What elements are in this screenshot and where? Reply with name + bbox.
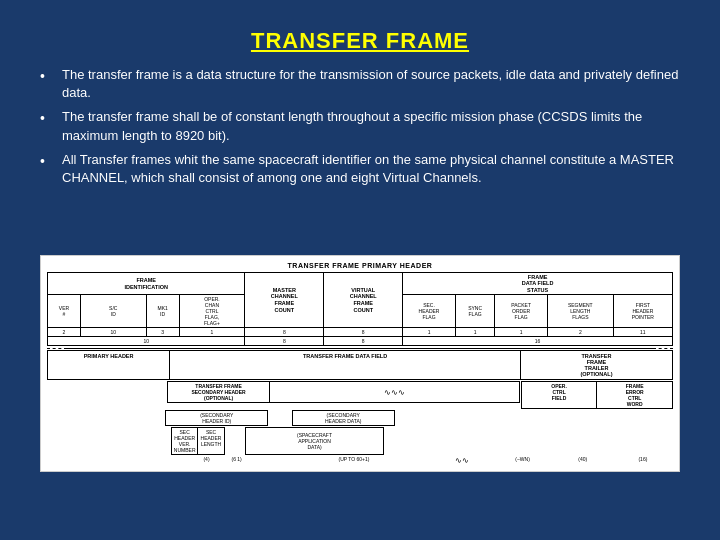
bracket-separator	[268, 410, 292, 426]
bit-61: (6 1)	[222, 456, 252, 465]
bit-40b: (40)	[553, 456, 613, 465]
bullet-item-3: • All Transfer frames whit the same spac…	[40, 151, 680, 187]
bullet-text-2: The transfer frame shall be of constant …	[62, 108, 680, 144]
sec-header-length: SECHEADERLENGTH	[198, 428, 223, 454]
slide-title: TRANSFER FRAME	[40, 28, 680, 54]
secondary-frame-parts: TRANSFER FRAMESECONDARY HEADER(OPTIONAL)…	[167, 381, 520, 403]
trailer-parts: OPER.CTRLFIELD FRAMEERRORCTRLWORD	[521, 381, 673, 409]
bullet-dot-1: •	[40, 67, 56, 87]
wavy-line: ∿∿∿	[384, 388, 405, 397]
data-field-part: ∿∿∿	[270, 382, 519, 402]
primary-header-table: FRAMEIDENTIFICATION MASTERCHANNELFRAMECO…	[47, 272, 673, 347]
frame-structure-row: PRIMARY HEADER TRANSFER FRAME DATA FIELD…	[47, 350, 673, 380]
bullet-dot-2: •	[40, 109, 56, 129]
bullet-text-3: All Transfer frames whit the same spacec…	[62, 151, 680, 187]
bullet-list: • The transfer frame is a data structure…	[40, 66, 680, 193]
frame-part-trailer: TRANSFERFRAMETRAILER(OPTIONAL)	[521, 351, 672, 379]
bit-upto: (UP TO 60+1)	[276, 456, 433, 465]
sec-header-id-table: SECHEADERVER.NUMBER SECHEADERLENGTH	[171, 427, 225, 455]
frame-part-data: TRANSFER FRAME DATA FIELD	[170, 351, 521, 379]
bullet-dot-3: •	[40, 152, 56, 172]
bit-16: (16)	[613, 456, 673, 465]
secondary-header-part: TRANSFER FRAMESECONDARY HEADER(OPTIONAL)	[168, 382, 270, 402]
sec-ver-number: SECHEADERVER.NUMBER	[172, 428, 198, 454]
bits-row: (4) (6 1) (UP TO 60+1) ∿∿ (~WN) (40) (16…	[47, 456, 673, 465]
spacecraft-app-data: (SPACECRAFTAPPLICATIONDATA)	[245, 427, 383, 455]
spacecraft-app-label	[395, 410, 525, 426]
secondary-bracket-row: (SECONDARYHEADER ID) (SECONDARYHEADER DA…	[47, 410, 673, 426]
secondary-row: TRANSFER FRAMESECONDARY HEADER(OPTIONAL)…	[47, 381, 673, 409]
wavy-bottom: ∿∿	[432, 456, 492, 465]
diagram-container: TRANSFER FRAME PRIMARY HEADER FRAMEIDENT…	[40, 207, 680, 520]
bullet-text-1: The transfer frame is a data structure f…	[62, 66, 680, 102]
bullet-item-1: • The transfer frame is a data structure…	[40, 66, 680, 102]
transfer-frame-diagram: TRANSFER FRAME PRIMARY HEADER FRAMEIDENT…	[40, 255, 680, 473]
sec-header-label: (SECONDARYHEADER ID)	[165, 410, 268, 426]
frame-error-part: FRAMEERRORCTRLWORD	[597, 382, 672, 408]
sec-header-data-label: (SECONDARYHEADER DATA)	[292, 410, 395, 426]
bullet-item-2: • The transfer frame shall be of constan…	[40, 108, 680, 144]
diagram-title: TRANSFER FRAME PRIMARY HEADER	[47, 262, 673, 269]
bit-wn: (~WN)	[492, 456, 552, 465]
frame-part-primary: PRIMARY HEADER	[48, 351, 170, 379]
oper-ctrl-part: OPER.CTRLFIELD	[522, 382, 598, 408]
bit-40: (4)	[191, 456, 221, 465]
slide: TRANSFER FRAME • The transfer frame is a…	[10, 10, 710, 530]
sec-header-detail-row: SECHEADERVER.NUMBER SECHEADERLENGTH (SPA…	[47, 427, 673, 455]
